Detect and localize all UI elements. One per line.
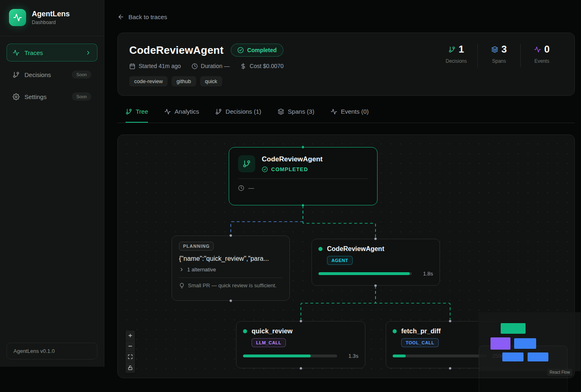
tab-tree[interactable]: Tree [126,107,148,123]
fit-view-button[interactable] [126,352,135,362]
brand: AgentLens Dashboard [0,0,104,36]
status-dot [393,329,397,333]
stat-spans: 3 Spans [478,44,520,64]
node-handle[interactable] [448,319,452,323]
sidebar-item-label: Traces [24,49,43,56]
node-title: CodeReviewAgent [262,155,323,163]
activity-icon [13,49,20,56]
back-to-traces-link[interactable]: Back to traces [117,13,167,20]
node-title: CodeReviewAgent [327,245,384,253]
duration-bar [243,355,337,357]
status-dot [318,247,323,251]
node-handle[interactable] [299,367,303,370]
trace-tree-canvas[interactable]: CodeReviewAgent COMPLETED — P [117,134,575,378]
duration-label: 1.3s [342,353,358,359]
trace-header-card: CodeReviewAgent Completed Started 41m ag… [117,33,575,96]
tag: github [172,76,196,86]
fit-view-icon [128,354,133,359]
node-title: fetch_pr_diff [401,328,441,335]
node-handle[interactable] [301,204,305,207]
app-subtitle: Dashboard [32,20,70,25]
duration-meta: Duration — [192,63,230,69]
zoom-in-button[interactable] [126,330,135,341]
cost-meta: Cost $0.0070 [240,63,283,69]
node-handle[interactable] [299,319,303,323]
app-name: AgentLens [32,10,70,18]
tags-row: code-review github quick [129,76,563,86]
node-handle[interactable] [229,234,232,237]
tab-spans[interactable]: Spans (3) [278,107,314,123]
stat-decisions: 1 Decisions [435,44,477,64]
zoom-out-button[interactable] [126,341,135,352]
flow-controls [126,330,135,373]
stat-events: 0 Events [521,44,563,64]
check-circle-icon [237,47,244,53]
page-title: CodeReviewAgent [129,44,223,57]
node-handle[interactable] [448,367,452,370]
git-branch-icon [238,155,255,172]
tag: quick [200,76,222,86]
tab-analytics[interactable]: Analytics [164,107,199,123]
layers-icon [278,108,284,115]
started-meta: Started 41m ago [129,63,181,69]
sidebar-item-decisions[interactable]: Decisions Soon [7,66,97,84]
git-branch-icon [215,108,222,115]
activity-icon [164,108,171,115]
node-status: COMPLETED [262,166,323,172]
stats-summary: 1 Decisions 3 Spans [435,44,563,67]
soon-badge: Soon [72,92,91,101]
duration-label: 1.8s [417,271,433,277]
span-type-badge: TOOL_CALL [401,338,439,347]
node-handle[interactable] [301,145,305,149]
tab-bar: Tree Analytics Decisions (1) Spans (3) E… [117,107,575,123]
chevron-right-icon [85,50,91,56]
sidebar-item-label: Decisions [24,71,51,78]
dollar-icon [240,63,246,69]
alternatives-toggle[interactable]: 1 alternative [179,266,283,273]
sidebar-item-label: Settings [24,93,46,100]
clock-icon [192,63,198,69]
planning-label: PLANNING [179,242,214,251]
node-handle[interactable] [229,299,232,302]
agent-span-node[interactable]: CodeReviewAgent AGENT 1.8s [311,239,440,286]
activity-icon [13,13,22,22]
trace-root-node[interactable]: CodeReviewAgent COMPLETED — [229,147,378,205]
activity-icon [331,108,337,115]
node-handle[interactable] [374,284,377,287]
tag: code-review [129,76,168,86]
node-handle[interactable] [374,237,377,240]
git-branch-icon [126,108,132,115]
plus-icon [128,333,133,338]
sidebar-item-traces[interactable]: Traces [7,44,97,62]
duration-bar [393,355,487,357]
node-duration: — [248,185,254,191]
tab-decisions[interactable]: Decisions (1) [215,107,261,123]
planning-node[interactable]: PLANNING {"name":"quick_review","para...… [172,236,290,301]
calendar-icon [129,63,135,69]
react-flow-attribution[interactable]: React Flow [547,369,572,376]
sidebar-nav: Traces Decisions Soon Settings Soon [0,36,104,113]
minimap-node-tool [528,352,548,361]
clock-icon [238,185,244,191]
planning-content: {"name":"quick_review","para... [179,255,283,262]
status-badge: Completed [231,44,283,57]
node-title: quick_review [252,328,293,335]
version-label: AgentLens v0.1.0 [7,343,97,359]
lightbulb-icon [179,283,185,288]
git-branch-icon [448,46,455,53]
check-circle-icon [262,166,268,172]
minimap-node-planning [490,337,510,350]
sidebar-item-settings[interactable]: Settings Soon [7,88,97,106]
llm-span-node[interactable]: quick_review LLM_CALL 1.3s [236,321,365,368]
activity-icon [534,46,541,53]
tab-events[interactable]: Events (0) [331,107,369,123]
span-type-badge: AGENT [327,256,353,265]
git-branch-icon [13,71,20,78]
minus-icon [128,344,133,349]
minimap-node-root [501,323,526,334]
minimap[interactable] [479,312,581,371]
arrow-left-icon [117,13,124,20]
app-logo [9,9,26,26]
minimap-node-llm [502,352,524,361]
lock-button[interactable] [126,362,135,373]
